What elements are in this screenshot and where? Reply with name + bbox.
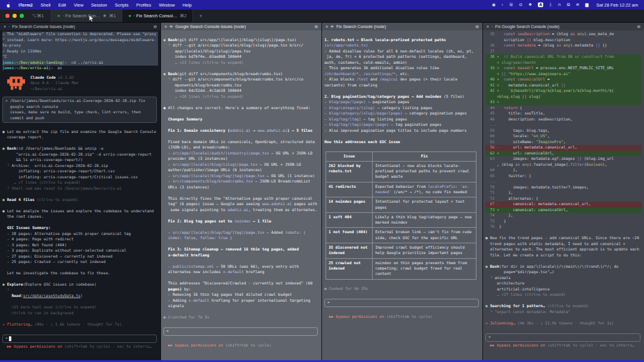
terminal-line: Fix 1: Domain consistency (adwhiz.ai → w… [163,128,319,134]
pane-terminal[interactable]: 35 const seoDescription = (blog as any).… [483,30,644,360]
terminal-line: ● Let me analyze the issues and explore … [2,209,158,215]
record-status-icon[interactable]: ◉ [492,2,496,7]
tab-1[interactable]: ×· Fix Search Con…✳⌘1 [51,10,122,22]
zoom-window-button[interactable] [20,14,24,18]
pane-terminal[interactable]: ● Bash(git diff src/app/\[locale\]/blog/… [161,30,321,360]
claude-name-version: Claude Code v2.1.62 [30,75,79,81]
terminal-line: - Adding x-default hreflang for proper i… [163,298,319,304]
minimize-window-button[interactable] [13,14,17,18]
terminal-line: 46 description: seoDescription, [485,117,642,123]
pane-title: Fix Search Console Issues (node) [12,24,75,29]
terminal-line: 56 - url: metadata.canonical_url, [485,145,642,151]
tab-close-icon[interactable]: × [57,13,60,18]
terminal-line: Changes Summary [163,117,319,123]
prompt-input[interactable]: > [163,327,318,336]
terminal-line: 61 siteName: "ImaginePro", [485,140,642,146]
headphones-icon[interactable]: ∩ [558,2,561,7]
pane-1: ×·Fix Search Console Issues (node)⊖⚠ The… [0,23,161,360]
blank-line [324,308,480,314]
prompt-chevron: > [327,300,330,306]
terminal-line: URLs (3 instances) [163,185,319,191]
prompt-input[interactable]: > [2,335,157,343]
pane-status-icon: ✳ [330,24,334,29]
terminal-line: 73 + canonical: canonicalUrl, [485,208,642,214]
terminal-line: && ls orris-coverage-report/) [2,157,158,163]
terminal-line: - Also improved pagination page titles t… [324,128,480,134]
terminal-line: +blog.slug || slug}` [485,94,642,100]
claude-robot-icon [7,75,25,94]
terminal-line: - src/app/[locale]/blog/tag/[tag]/page.t… [163,230,319,236]
apple-menu-icon[interactable] [6,2,11,8]
stage-manager-icon[interactable]: ☰ [509,2,513,7]
terminal-line: some signals pointing to adwhiz.ai, trea… [163,208,319,214]
terminal-line: ● Now fix the trend pages - add canonica… [485,236,642,242]
blank-line [324,134,480,140]
terminal-line: 38 + // Build canonical URL from DB or c… [485,54,642,60]
back-arrow-icon[interactable]: ‹ [501,2,503,7]
fix-cell: noindex on thin pages prevents them from… [373,258,476,279]
terminal-line: ● Bash(for dir in app/\[locale\]/\(main\… [485,264,642,270]
terminal-line: ● Searching for 1 pattern… (ctrl+o to ex… [485,304,642,310]
wifi-icon[interactable]: ≋ [576,2,580,7]
menu-item-iterm2[interactable]: iTerm2 [18,2,33,8]
terminal-line: Fix 3: Sitemap cleanup — removed 16 thin… [163,247,319,253]
pane-close-icon[interactable]: × [487,24,489,29]
terminal-line: ● Read 4 files (ctrl+o to expand) [2,197,158,203]
terminal-line: james:~/Dev/adwhiz-landing|→ cd ../orris… [2,60,158,66]
menu-item-help[interactable]: Help [182,2,191,8]
pane-titlebar: ×✳Fix Search Console (node)⊖ [322,23,482,30]
blank-line [163,337,319,343]
menu-item-shell[interactable]: Shell [41,2,51,8]
terminal-line: (src/app/robots.ts) [324,43,480,49]
terminal-line: 43 + [485,100,642,106]
fix-cell: Improved crawl budget efficiency should … [373,243,476,259]
pane-minimize-icon[interactable]: ⊖ [153,24,157,29]
terminal-line: - 3 pages: Duplicate without user-select… [2,248,158,254]
issue-cell: 25 crawled not indexed [326,258,373,279]
battery-icon[interactable]: ▆ [586,2,589,7]
tab-bar: ⌥⌘1 ×· Fix Search Con…✳⌘1●· Fix Search C… [0,10,644,23]
menu-bar-clock[interactable]: Sat 28 Feb 12:22 am [596,2,638,8]
pane-minimize-icon[interactable]: ⊖ [637,24,640,29]
terminal-line: author/publisher/image URLs (6 instances… [163,168,319,174]
play-circle-icon[interactable]: ⊙ [519,2,522,7]
prompt-input[interactable]: > [485,333,640,342]
pane-close-icon[interactable]: × [165,24,167,29]
pane-minimize-icon[interactable]: ⊖ [314,24,318,29]
terminal-line: ✳ Julienning… (4m 36s · ↓ 11.9k tokens ·… [485,321,642,327]
screen-mirroring-icon[interactable]: ⧉ [567,2,570,7]
pane-terminal[interactable]: ⚠ The "middleware" file convention is de… [0,30,160,360]
menu-item-profiles[interactable]: Profiles [136,2,151,8]
bluetooth-icon[interactable]: ᛒ [549,2,552,7]
terminal-line: - blog/category/[slug]/page/[page] — cat… [324,111,480,117]
terminal-line: ✓ Ready in 1190ms [2,49,158,55]
menu-item-window[interactable]: Window [159,2,175,8]
terminal-line: ● Let me extract the zip file and examin… [2,129,158,135]
pane-close-icon[interactable]: × [326,24,328,29]
menu-item-scripts[interactable]: Scripts [114,2,128,8]
blank-line [2,265,158,271]
terminal-line: 75 } [485,219,642,225]
terminal-line: ▶▶ bypass permissions on (shift+tab to c… [485,343,642,349]
blank-line [163,276,319,281]
new-tab-button[interactable]: + [193,10,208,22]
pane-close-icon[interactable]: × [4,24,6,29]
menu-item-view[interactable]: View [74,2,83,8]
input-source-icon[interactable]: A [538,2,543,7]
blank-line [2,316,158,322]
prompt-input[interactable]: > [324,299,479,307]
pane-terminal[interactable]: 1. robots.txt — Block locale-prefixed pr… [322,30,482,360]
pane-minimize-icon[interactable]: ⊖ [475,24,479,29]
wechat-icon[interactable]: ❖ [528,2,532,7]
tab-2[interactable]: ●· Fix Search Consol…⌘2 [122,10,193,22]
table-row: 14 noindex pagesIntentional for protecte… [326,197,476,213]
text-cursor [9,336,11,341]
close-window-button[interactable] [5,14,10,18]
terminal-line: 40 + const canonicalUrl = [485,77,642,83]
menu-item-session[interactable]: Session [91,2,107,8]
menu-item-edit[interactable]: Edit [58,2,66,8]
terminal-line: └ Archive: orris.ai-Coverage-2026-02-28.… [2,163,158,169]
terminal-line: provider URL (3 instances) [163,156,319,162]
blank-line [485,315,642,321]
blank-line [324,281,480,287]
